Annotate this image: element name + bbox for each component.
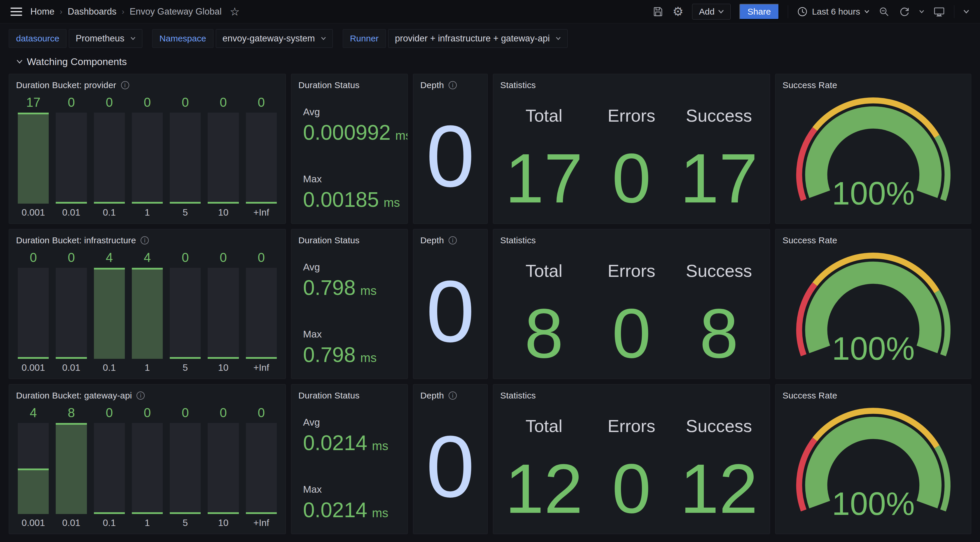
bar-track (132, 113, 163, 204)
bar-track (132, 423, 163, 514)
chevron-down-icon (864, 10, 869, 13)
panel-header: Duration Status (298, 390, 401, 402)
statistic-column: Errors0 (588, 261, 675, 373)
panel-title[interactable]: Statistics (500, 80, 536, 90)
panel-title[interactable]: Depth (420, 80, 444, 90)
bar-x-axis-label: 10 (208, 518, 239, 529)
gauge-value-label: 100% (832, 485, 915, 522)
bar-fill (246, 512, 277, 514)
panel-title[interactable]: Duration Bucket: gateway-api (16, 391, 132, 400)
duration-value-row: 0.0214ms (303, 432, 401, 454)
panel-title[interactable]: Statistics (500, 391, 536, 400)
bar-track (94, 268, 125, 359)
save-dashboard-icon[interactable] (652, 6, 664, 18)
depth-panel: Depthi0 (413, 384, 488, 534)
bar-value-label: 0 (132, 95, 163, 110)
filter-value-dropdown[interactable]: provider + infrastructure + gateway-api (388, 29, 568, 48)
panel-header: Success Rate (783, 390, 964, 402)
bar-x-axis-label: 1 (132, 518, 163, 529)
bar-track (208, 268, 239, 359)
histogram-column: 00.1 (94, 95, 125, 218)
panel-title[interactable]: Success Rate (783, 235, 837, 245)
breadcrumb-item[interactable]: Envoy Gateway Global (130, 6, 222, 17)
bar-track (246, 423, 277, 514)
info-icon[interactable]: i (121, 81, 129, 89)
filter-value-dropdown[interactable]: Prometheus (69, 29, 142, 48)
filter-value-dropdown[interactable]: envoy-gateway-system (216, 29, 333, 48)
info-icon[interactable]: i (137, 392, 145, 400)
panel-title[interactable]: Depth (420, 391, 444, 400)
duration-status-panel: Duration StatusAvg0.000992msMax0.00185ms (291, 74, 408, 224)
menu-icon[interactable] (11, 8, 22, 16)
info-icon[interactable]: i (141, 236, 149, 244)
duration-unit: ms (360, 351, 377, 365)
breadcrumb: Home›Dashboards›Envoy Gateway Global (30, 6, 222, 17)
bar-fill (132, 268, 163, 359)
bar-fill (94, 268, 125, 359)
add-button[interactable]: Add (692, 4, 730, 19)
duration-value: 0.798 (303, 276, 356, 299)
info-icon[interactable]: i (449, 81, 457, 89)
bar-fill (170, 357, 200, 359)
bar-value-label: 0 (170, 405, 200, 420)
statistics-body: Total17Errors0Success17 (500, 105, 763, 218)
filter-label: Runner (343, 29, 386, 48)
dashboard-settings-icon[interactable]: ⚙ (673, 6, 684, 18)
share-button-label: Share (748, 7, 771, 17)
refresh-icon (899, 6, 910, 18)
refresh-interval-chevron-icon[interactable] (919, 10, 924, 13)
tv-kiosk-mode-icon[interactable] (933, 6, 945, 18)
depth-value: 0 (426, 423, 475, 510)
time-range-picker[interactable]: Last 6 hours (797, 6, 869, 17)
star-favorite-icon[interactable]: ☆ (230, 6, 240, 17)
panel-title[interactable]: Depth (420, 235, 444, 245)
duration-stat-group: Avg0.0214ms (303, 416, 401, 454)
panel-title[interactable]: Duration Status (298, 391, 360, 400)
panel-title[interactable]: Duration Bucket: infrastructure (16, 235, 136, 245)
depth-body: 0 (420, 402, 480, 529)
panel-title[interactable]: Success Rate (783, 80, 837, 90)
add-button-label: Add (699, 7, 714, 17)
bar-track (56, 268, 87, 359)
panel-title[interactable]: Duration Bucket: provider (16, 80, 116, 90)
panel-title[interactable]: Success Rate (783, 391, 837, 400)
statistic-label: Errors (608, 105, 655, 126)
bar-x-axis-label: 10 (208, 207, 239, 218)
time-range-label: Last 6 hours (812, 7, 860, 17)
bar-value-label: 0 (246, 405, 277, 420)
collapse-topbar-chevron-icon[interactable] (963, 10, 969, 14)
grafana-dashboard: { "nav": { "breadcrumbs": ["Home", "Dash… (0, 0, 980, 542)
info-icon[interactable]: i (449, 392, 457, 400)
chevron-down-icon (130, 37, 135, 40)
filter-selected-value: envoy-gateway-system (223, 33, 315, 44)
gauge-value-label: 100% (832, 330, 915, 367)
statistic-column: Errors0 (588, 105, 675, 218)
panel-title[interactable]: Statistics (500, 235, 536, 245)
info-icon[interactable]: i (449, 236, 457, 244)
histogram-chart: 00.00100.0140.141050100+Inf (16, 250, 278, 373)
histogram-column: 40.1 (94, 250, 125, 373)
bar-track (18, 268, 49, 359)
section-title: Watching Components (27, 56, 127, 67)
histogram-chart: 40.00180.0100.101050100+Inf (16, 405, 278, 529)
zoom-out-time-icon[interactable] (878, 6, 890, 18)
divider (954, 5, 955, 18)
gauge-body: 100% (783, 91, 964, 218)
share-button[interactable]: Share (740, 4, 779, 19)
panel-title[interactable]: Duration Status (298, 80, 360, 90)
row-section-header[interactable]: Watching Components (16, 56, 980, 67)
panel-title[interactable]: Duration Status (298, 235, 360, 245)
bar-fill (56, 202, 87, 204)
duration-value: 0.798 (303, 343, 356, 367)
filter-group: Runnerprovider + infrastructure + gatewa… (343, 29, 568, 48)
statistic-column: Success17 (675, 105, 763, 218)
statistic-value: 12 (680, 455, 758, 522)
statistic-label: Errors (608, 261, 655, 281)
breadcrumb-item[interactable]: Dashboards (68, 6, 116, 17)
refresh-dashboard-icon[interactable] (899, 6, 910, 18)
bar-x-axis-label: 0.01 (56, 207, 87, 218)
breadcrumb-item[interactable]: Home (30, 6, 54, 17)
panel-header: Duration Status (298, 79, 401, 91)
dashboard-row: Duration Bucket: infrastructurei00.00100… (9, 229, 971, 379)
success-rate-panel: Success Rate 100% (775, 74, 971, 224)
